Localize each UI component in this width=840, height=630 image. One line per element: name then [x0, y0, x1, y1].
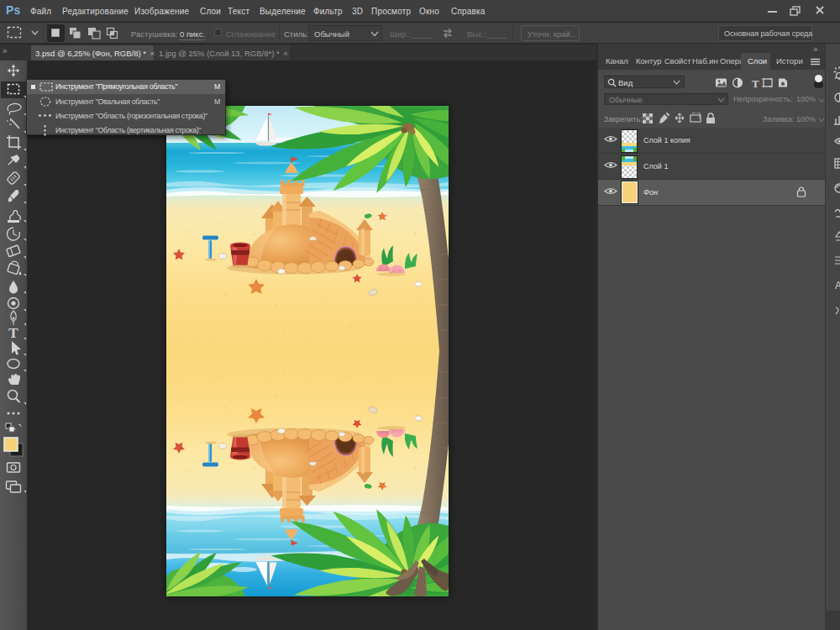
svg-text:T: T: [752, 77, 759, 88]
svg-text:A: A: [835, 280, 840, 291]
svg-text:T: T: [8, 325, 18, 341]
